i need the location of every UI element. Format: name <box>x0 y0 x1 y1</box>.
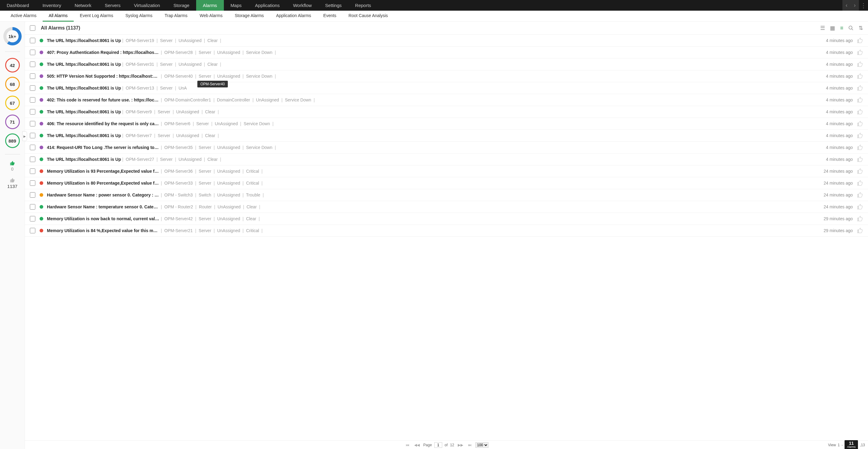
topnav-item-virtualization[interactable]: Virtualization <box>127 0 167 11</box>
status-dot-icon <box>40 86 43 90</box>
alarm-like-button[interactable] <box>857 109 863 115</box>
row-checkbox[interactable] <box>30 73 35 79</box>
row-checkbox[interactable] <box>30 38 35 43</box>
alarm-row[interactable]: Hardware Sensor Name : temperature senso… <box>25 201 868 213</box>
alarm-row[interactable]: Hardware Sensor Name : power sensor 0. C… <box>25 189 868 201</box>
subnav-item-event-log-alarms[interactable]: Event Log Alarms <box>74 11 119 22</box>
alarm-like-button[interactable] <box>857 192 863 198</box>
page-input[interactable] <box>434 442 442 448</box>
alarm-like-button[interactable] <box>857 216 863 222</box>
row-checkbox[interactable] <box>30 192 35 198</box>
topnav-item-network[interactable]: Network <box>68 0 98 11</box>
alarm-row[interactable]: Memory Utilization is 80 Percentage,Expe… <box>25 177 868 189</box>
row-checkbox[interactable] <box>30 121 35 126</box>
topnav-item-servers[interactable]: Servers <box>98 0 127 11</box>
alarm-row[interactable]: The URL https://localhost:8061 is Up | O… <box>25 82 868 94</box>
subnav-item-web-alarms[interactable]: Web Alarms <box>193 11 228 22</box>
row-checkbox[interactable] <box>30 97 35 103</box>
alarm-like-button[interactable] <box>857 180 863 186</box>
alarm-like-button[interactable] <box>857 49 863 55</box>
alarm-row[interactable]: The URL https://localhost:8061 is Up | O… <box>25 130 868 142</box>
row-checkbox[interactable] <box>30 204 35 210</box>
alarm-like-button[interactable] <box>857 85 863 91</box>
last-page-button[interactable]: ⏭ <box>467 443 473 447</box>
row-checkbox[interactable] <box>30 145 35 150</box>
subnav-item-all-alarms[interactable]: All Alarms <box>43 11 74 22</box>
alarm-like-button[interactable] <box>857 132 863 139</box>
row-checkbox[interactable] <box>30 156 35 162</box>
prev-page-button[interactable]: ◀◀ <box>413 443 421 447</box>
alarm-row[interactable]: The URL https://localhost:8061 is Up | O… <box>25 59 868 70</box>
search-icon[interactable] <box>848 25 854 31</box>
subnav-item-syslog-alarms[interactable]: Syslog Alarms <box>119 11 159 22</box>
liked-alarms[interactable]: 0 <box>10 160 15 172</box>
row-checkbox[interactable] <box>30 228 35 233</box>
alarm-like-button[interactable] <box>857 61 863 67</box>
row-checkbox[interactable] <box>30 169 35 174</box>
severity-ring-red[interactable]: 42 <box>5 58 20 72</box>
alarm-like-button[interactable] <box>857 73 863 79</box>
alarm-like-button[interactable] <box>857 144 863 150</box>
topnav-item-settings[interactable]: Settings <box>318 0 348 11</box>
alarm-row[interactable]: 402: This code is reserved for future us… <box>25 94 868 106</box>
row-checkbox[interactable] <box>30 50 35 55</box>
nav-forward-button[interactable]: › <box>850 0 859 11</box>
subnav-item-events[interactable]: Events <box>317 11 343 22</box>
topnav-item-inventory[interactable]: Inventory <box>36 0 68 11</box>
app-menu-icon[interactable]: ⋮ <box>859 2 868 9</box>
topnav-item-maps[interactable]: Maps <box>224 0 249 11</box>
alarm-row[interactable]: Memory Utilization is 84 %,Expected valu… <box>25 225 868 237</box>
topnav-item-reports[interactable]: Reports <box>348 0 378 11</box>
alarm-row[interactable]: 414: Request-URI Too Long .The server is… <box>25 142 868 153</box>
all-alarms-count[interactable]: 1137 <box>7 178 18 189</box>
row-checkbox[interactable] <box>30 85 35 91</box>
row-checkbox[interactable] <box>30 216 35 221</box>
subnav-item-storage-alarms[interactable]: Storage Alarms <box>229 11 270 22</box>
severity-ring-orange[interactable]: 68 <box>5 77 20 91</box>
grid-view-icon[interactable]: ▦ <box>830 25 835 31</box>
sidebar-divider <box>5 52 20 52</box>
topnav-item-applications[interactable]: Applications <box>248 0 286 11</box>
alarm-row[interactable]: Memory Utilization is 93 Percentage,Expe… <box>25 166 868 177</box>
topnav-item-dashboard[interactable]: Dashboard <box>0 0 36 11</box>
next-page-button[interactable]: ▶▶ <box>457 443 464 447</box>
subnav-item-application-alarms[interactable]: Application Alarms <box>270 11 317 22</box>
topnav-item-storage[interactable]: Storage <box>166 0 196 11</box>
list-view-icon[interactable]: ☰ <box>820 25 825 31</box>
alarm-like-button[interactable] <box>857 121 863 127</box>
row-checkbox[interactable] <box>30 180 35 186</box>
alarm-row[interactable]: 407: Proxy Authentication Required : htt… <box>25 47 868 59</box>
alarm-like-button[interactable] <box>857 168 863 174</box>
topnav-item-workflow[interactable]: Workflow <box>286 0 318 11</box>
select-all-checkbox[interactable] <box>30 25 35 31</box>
alarm-like-button[interactable] <box>857 97 863 103</box>
topnav-item-alarms[interactable]: Alarms <box>196 0 224 11</box>
subnav-item-active-alarms[interactable]: Active Alarms <box>5 11 43 22</box>
nav-back-button[interactable]: ‹ <box>842 0 850 11</box>
severity-ring-purple[interactable]: 71 <box>5 115 20 129</box>
row-checkbox[interactable] <box>30 133 35 138</box>
first-page-button[interactable]: ⏮ <box>404 443 410 447</box>
alarm-row[interactable]: The URL https://localhost:8061 is Up | O… <box>25 35 868 47</box>
subnav-item-root-cause-analysis[interactable]: Root Cause Analysis <box>342 11 394 22</box>
severity-ring-green[interactable]: 889 <box>5 133 20 148</box>
alarm-row[interactable]: The URL https://localhost:8061 is Up | O… <box>25 153 868 166</box>
alarm-row[interactable]: Memory Utilization is now back to normal… <box>25 213 868 225</box>
total-alarms-donut[interactable]: 1k+ <box>3 27 22 46</box>
alarm-row[interactable]: 505: HTTP Version Not Supported : https:… <box>25 70 868 82</box>
alarm-like-button[interactable] <box>857 228 863 234</box>
severity-ring-yellow[interactable]: 67 <box>5 96 20 110</box>
alarm-time: 4 minutes ago <box>826 145 853 150</box>
alarm-row[interactable]: 406: The resource identified by the requ… <box>25 118 868 130</box>
subnav-item-trap-alarms[interactable]: Trap Alarms <box>158 11 193 22</box>
alarms-badge[interactable]: 11 Alarms <box>844 440 858 449</box>
row-checkbox[interactable] <box>30 62 35 67</box>
alarm-like-button[interactable] <box>857 156 863 162</box>
alarm-like-button[interactable] <box>857 37 863 43</box>
sort-icon[interactable]: ⇅ <box>859 25 863 31</box>
detail-view-icon[interactable]: ≡ <box>840 25 843 31</box>
page-size-select[interactable]: 100 <box>475 442 489 448</box>
alarm-row[interactable]: The URL https://localhost:8061 is Up | O… <box>25 106 868 118</box>
alarm-like-button[interactable] <box>857 204 863 210</box>
row-checkbox[interactable] <box>30 109 35 115</box>
